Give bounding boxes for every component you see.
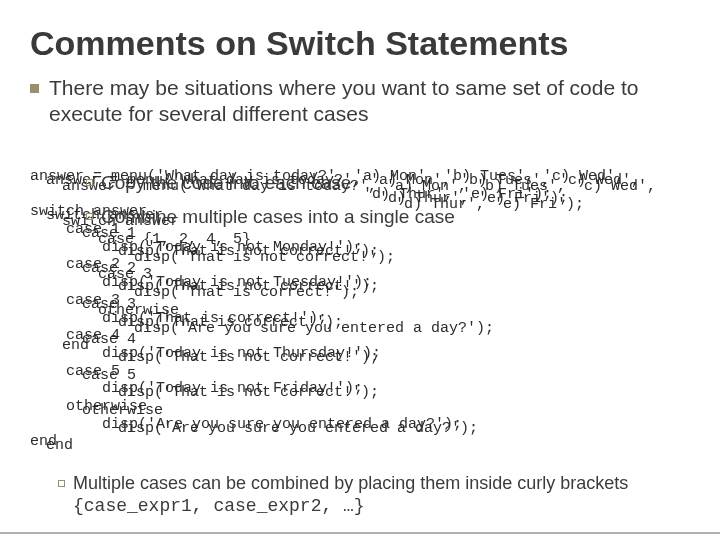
slide-title: Comments on Switch Statements	[30, 24, 690, 63]
sub-bullet-2-text: Combine multiple cases into a single cas…	[101, 205, 455, 229]
hollow-square-icon	[86, 213, 93, 220]
footer-text: Multiple cases can be combined by placin…	[73, 473, 690, 518]
bullet-main-row: There may be situations where you want t…	[30, 75, 690, 128]
sub-bullet-1-text: Copy the code into each case	[101, 171, 351, 195]
footer-sub-bullet: Multiple cases can be combined by placin…	[58, 473, 690, 518]
square-bullet-icon	[30, 84, 39, 93]
bullet-main-text: There may be situations where you want t…	[49, 75, 690, 128]
sub-bullet-1: Copy the code into each case	[86, 171, 351, 195]
footer-text-a: Multiple cases can be combined by placin…	[73, 473, 628, 493]
sub-bullet-2: Combine multiple cases into a single cas…	[86, 205, 455, 229]
footer-code-inline: {case_expr1, case_expr2, …}	[73, 496, 365, 516]
bottom-rule	[0, 532, 720, 534]
slide-container: Comments on Switch Statements There may …	[0, 0, 720, 540]
hollow-square-icon	[86, 179, 93, 186]
hollow-square-icon	[58, 480, 65, 487]
